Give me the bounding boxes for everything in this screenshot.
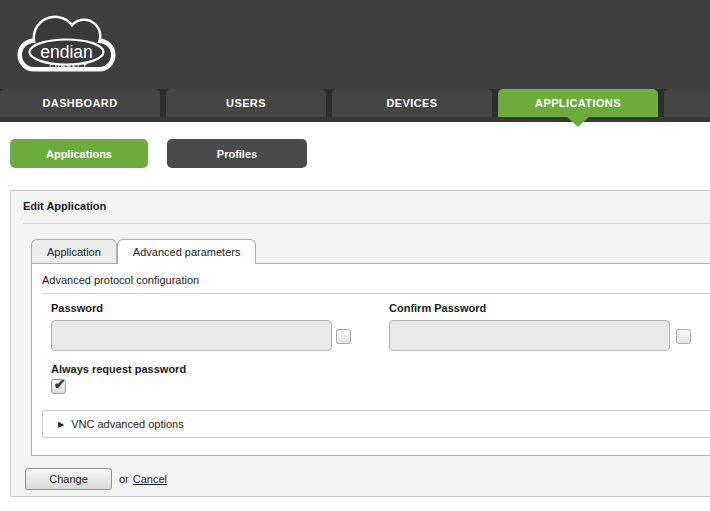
sub-nav: Applications Profiles	[10, 139, 710, 168]
confirm-password-input[interactable]	[389, 320, 670, 351]
always-request-password-checkbox[interactable]: ✔	[51, 379, 66, 394]
logo-brand-text: endian	[40, 42, 93, 62]
profiles-button[interactable]: Profiles	[167, 139, 307, 168]
password-side-checkbox[interactable]	[336, 329, 351, 344]
nav-tab-dashboard[interactable]: DASHBOARD	[0, 89, 160, 117]
panel-divider	[23, 223, 710, 224]
applications-button[interactable]: Applications	[10, 139, 148, 168]
password-input[interactable]	[51, 320, 332, 351]
change-button[interactable]: Change	[25, 468, 112, 490]
tab-application[interactable]: Application	[31, 239, 117, 263]
app-header: endian C O N N E C T	[0, 0, 710, 89]
always-request-password-label: Always request password	[51, 363, 186, 375]
cancel-link[interactable]: Cancel	[133, 473, 167, 485]
nav-tab-partial[interactable]	[664, 89, 710, 117]
vnc-advanced-options-label: VNC advanced options	[71, 418, 184, 430]
nav-tab-users[interactable]: USERS	[166, 89, 326, 117]
logo-sub-text: C O N N E C T	[50, 63, 88, 69]
endian-connect-logo: endian C O N N E C T	[17, 11, 116, 75]
vnc-advanced-options-toggle[interactable]: ▶ VNC advanced options	[42, 410, 710, 438]
nav-tab-devices[interactable]: DEVICES	[332, 89, 492, 117]
or-text: or	[119, 473, 129, 485]
form-footer: Change or Cancel	[25, 468, 167, 490]
form-tabs: Application Advanced parameters	[31, 239, 256, 264]
main-nav: DASHBOARD USERS DEVICES APPLICATIONS	[0, 89, 710, 117]
confirm-password-side-checkbox[interactable]	[676, 329, 691, 344]
section-title: Advanced protocol configuration	[42, 274, 710, 294]
panel-title: Edit Application	[23, 200, 106, 212]
nav-tab-applications[interactable]: APPLICATIONS	[498, 89, 658, 117]
password-label: Password	[51, 302, 103, 314]
chevron-right-icon: ▶	[58, 420, 64, 429]
check-icon: ✔	[54, 376, 66, 392]
nav-divider-strip	[0, 117, 710, 122]
confirm-password-label: Confirm Password	[389, 302, 486, 314]
tab-advanced-parameters[interactable]: Advanced parameters	[117, 239, 257, 264]
edit-application-panel: Edit Application Application Advanced pa…	[10, 190, 710, 497]
advanced-parameters-content: Advanced protocol configuration Password…	[31, 263, 710, 456]
